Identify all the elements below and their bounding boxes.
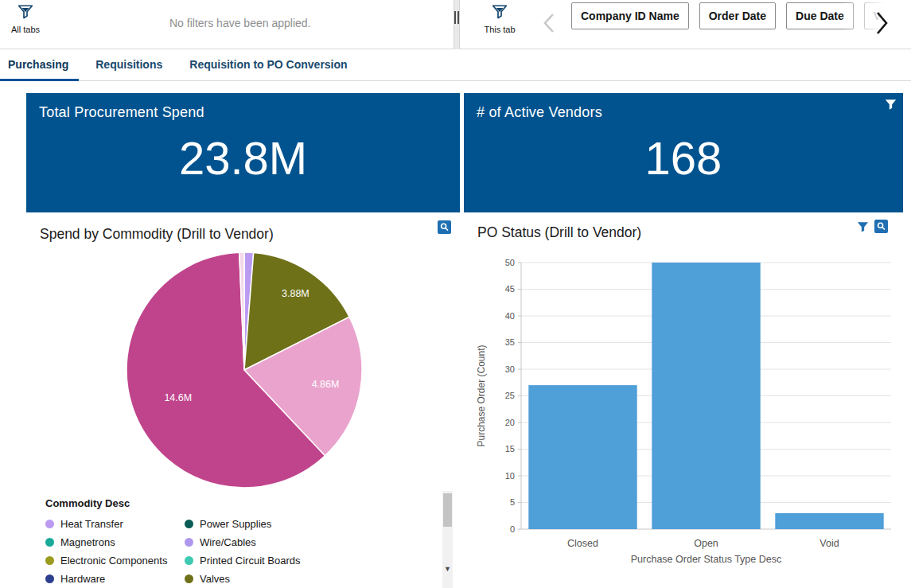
kpi-filter-icon[interactable] (885, 99, 897, 114)
bar-chart-title: PO Status (Drill to Vendor) (477, 224, 641, 241)
filter-funnel-icon (492, 9, 508, 22)
bar-open[interactable] (652, 263, 760, 529)
x-tick-label: Open (694, 538, 718, 549)
legend-swatch (185, 556, 193, 565)
kpi-total-procurement-spend[interactable]: Total Procurement Spend 23.8M (26, 93, 460, 212)
explore-badge-icon[interactable] (874, 220, 888, 236)
legend-scrollbar-thumb[interactable] (443, 493, 452, 527)
chevron-left-icon (543, 25, 555, 37)
explore-badge-icon[interactable] (438, 220, 451, 237)
legend-label: Power Supplies (200, 518, 271, 530)
x-axis-title: Purchase Order Status Type Desc (631, 554, 781, 565)
pie-slice-label: 4.86M (312, 379, 340, 390)
legend-item[interactable]: Hardware (45, 570, 185, 588)
pie-slice-label: 3.88M (282, 288, 310, 299)
legend-swatch (185, 574, 193, 583)
legend-item[interactable]: Electronic Components (45, 551, 185, 570)
y-tick-label: 40 (505, 311, 515, 321)
y-axis-title: Purchase Order (Count) (476, 345, 487, 446)
legend-label: Valves (200, 573, 230, 585)
kpi-value: 23.8M (26, 134, 460, 183)
legend-swatch (45, 538, 54, 547)
scroll-filters-left-button[interactable] (543, 12, 555, 37)
all-tabs-filter-button[interactable]: All tabs (5, 4, 46, 34)
filter-chip-company-id-name[interactable]: Company ID Name (571, 2, 689, 29)
panel-splitter[interactable] (454, 0, 460, 49)
bar-closed[interactable] (528, 385, 637, 529)
kpi-title: Total Procurement Spend (26, 93, 460, 121)
pie-chart-svg: 3.88M4.86M14.6M (26, 247, 460, 493)
legend-item[interactable]: Heat Transfer (45, 515, 185, 533)
filter-funnel-icon (18, 9, 33, 22)
legend-swatch (185, 520, 193, 528)
y-tick-label: 45 (505, 284, 515, 294)
legend-swatch (45, 556, 54, 565)
legend-label: Magnetrons (60, 536, 115, 548)
bar-chart-svg: 05101520253035404550ClosedOpenVoidPurcha… (464, 247, 903, 588)
dashboard-tab-bar: Purchasing Requisitions Requisition to P… (0, 49, 911, 81)
legend-item[interactable]: Wire/Cables (185, 533, 300, 551)
all-tabs-label: All tabs (5, 25, 46, 34)
tab-requisition-to-po-conversion[interactable]: Requisition to PO Conversion (179, 49, 357, 81)
splitter-grip-icon (454, 11, 459, 24)
y-tick-label: 15 (505, 444, 515, 454)
legend-item[interactable]: Power Supplies (185, 515, 300, 533)
y-tick-label: 20 (505, 418, 515, 427)
dashboard-page: All tabs No filters have been applied. T… (0, 0, 911, 588)
legend-col-2: Power SuppliesWire/CablesPrinted Circuit… (185, 515, 300, 588)
pie-legend: Heat TransferMagnetronsElectronic Compon… (45, 515, 300, 588)
legend-swatch (45, 520, 54, 528)
filter-chip-order-date[interactable]: Order Date (699, 2, 776, 29)
scroll-filters-right-button[interactable] (874, 10, 889, 38)
legend-swatch (185, 538, 193, 547)
pie-slice-label: 14.6M (164, 392, 192, 403)
legend-label: Hardware (60, 573, 105, 585)
legend-col-1: Heat TransferMagnetronsElectronic Compon… (45, 515, 185, 588)
tab-purchasing[interactable]: Purchasing (0, 49, 79, 81)
this-tab-filter-button[interactable]: This tab (479, 4, 520, 34)
chevron-right-icon (874, 26, 889, 38)
y-tick-label: 35 (505, 337, 515, 347)
legend-item[interactable]: Magnetrons (45, 533, 185, 551)
legend-scrollbar[interactable]: ▼ (442, 491, 453, 588)
y-tick-label: 10 (505, 471, 515, 481)
kpi-title: # of Active Vendors (464, 93, 903, 121)
legend-item[interactable]: Printed Circuit Boards (185, 551, 300, 570)
this-tab-label: This tab (479, 25, 520, 34)
legend-label: Electronic Components (60, 555, 167, 567)
legend-label: Wire/Cables (200, 536, 256, 548)
legend-item[interactable]: Valves (185, 570, 300, 588)
legend-swatch (45, 574, 54, 583)
kpi-value: 168 (464, 134, 903, 183)
tab-requisitions[interactable]: Requisitions (85, 49, 173, 81)
legend-label: Heat Transfer (60, 518, 123, 530)
legend-scroll-down-icon[interactable]: ▼ (442, 563, 453, 575)
y-tick-label: 50 (505, 258, 515, 267)
kpi-active-vendors[interactable]: # of Active Vendors 168 (464, 93, 903, 212)
y-tick-label: 5 (510, 497, 515, 507)
filter-bar: All tabs No filters have been applied. T… (0, 0, 911, 49)
legend-label: Printed Circuit Boards (200, 555, 300, 567)
y-tick-label: 0 (510, 524, 515, 534)
x-tick-label: Void (820, 538, 839, 549)
pie-chart-title: Spend by Commodity (Drill to Vendor) (40, 226, 274, 243)
legend-title: Commodity Desc (45, 497, 130, 509)
no-filters-message: No filters have been applied. (169, 17, 310, 29)
y-tick-label: 25 (505, 391, 515, 400)
y-tick-label: 30 (505, 364, 515, 374)
x-tick-label: Closed (567, 538, 598, 549)
bar-void[interactable] (775, 513, 883, 529)
local-filter-icon[interactable] (857, 221, 869, 236)
